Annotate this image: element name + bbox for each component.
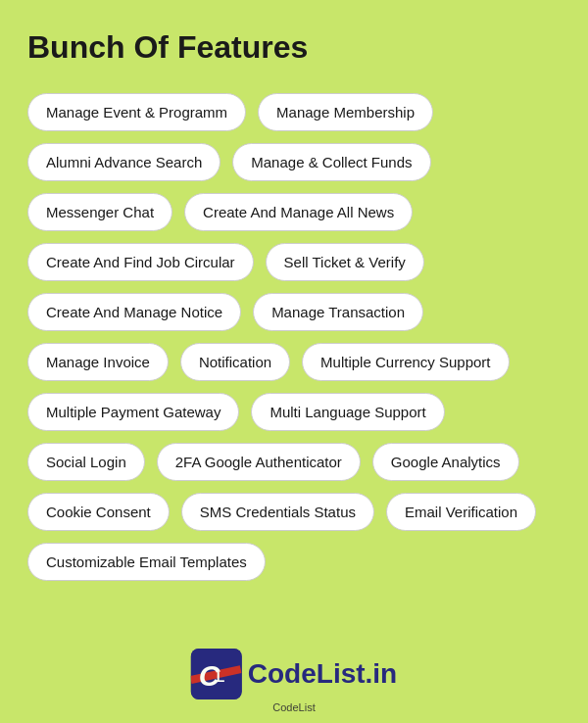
tag-item[interactable]: Create And Find Job Circular [27, 243, 254, 281]
tag-item[interactable]: Messenger Chat [27, 193, 172, 231]
tag-item[interactable]: Social Login [27, 443, 145, 481]
tag-item[interactable]: Google Analytics [372, 443, 519, 481]
tag-item[interactable]: Alumni Advance Search [27, 143, 220, 181]
tag-item[interactable]: 2FA Google Authenticator [157, 443, 361, 481]
tag-item[interactable]: Create And Manage All News [184, 193, 413, 231]
page-title: Bunch Of Features [27, 29, 561, 66]
watermark-sub: CodeList [272, 701, 315, 713]
watermark-logo: C L [191, 649, 242, 699]
tag-item[interactable]: Manage Event & Programm [27, 93, 246, 131]
tag-item[interactable]: Email Verification [386, 493, 536, 531]
tags-container: Manage Event & ProgrammManage Membership… [27, 93, 561, 581]
tag-item[interactable]: Manage & Collect Funds [232, 143, 430, 181]
tag-item[interactable]: Notification [180, 343, 290, 381]
tag-item[interactable]: Multiple Payment Gateway [27, 393, 239, 431]
tag-item[interactable]: Multiple Currency Support [302, 343, 509, 381]
tag-item[interactable]: SMS Credentials Status [181, 493, 374, 531]
tag-item[interactable]: Manage Transaction [253, 293, 423, 331]
tag-item[interactable]: Create And Manage Notice [27, 293, 241, 331]
watermark: C L CodeList.in CodeList [191, 649, 397, 713]
tag-item[interactable]: Sell Ticket & Verify [266, 243, 424, 281]
tag-item[interactable]: Manage Membership [258, 93, 433, 131]
tag-item[interactable]: Multi Language Support [251, 393, 444, 431]
tag-item[interactable]: Customizable Email Templates [27, 543, 266, 581]
watermark-text: CodeList.in [248, 658, 397, 690]
tag-item[interactable]: Cookie Consent [27, 493, 170, 531]
svg-text:L: L [217, 669, 225, 685]
tag-item[interactable]: Manage Invoice [27, 343, 169, 381]
